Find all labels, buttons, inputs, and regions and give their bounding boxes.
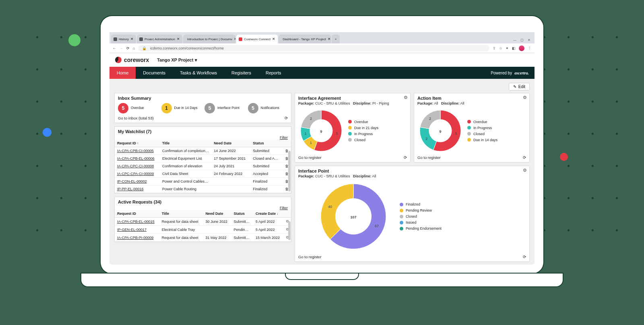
ai-goto-link[interactable]: Go to register xyxy=(417,155,441,160)
request-id-link[interactable]: IP-CON-EL-00002 xyxy=(117,179,147,183)
legend-item[interactable]: Due in 14 days xyxy=(467,138,497,142)
gear-icon[interactable]: ⚙ xyxy=(523,95,527,100)
col-header[interactable]: Need Date xyxy=(203,210,231,218)
project-selector[interactable]: Tango XP Project ▾ xyxy=(157,58,197,63)
share-icon[interactable]: ⇪ xyxy=(493,46,496,50)
table-row[interactable]: IA-CPA-CPB-EL-00006 Electrical Equipment… xyxy=(115,155,291,162)
table-row[interactable]: IA-CPA-CPC-CI-00008 Confirmation of elev… xyxy=(115,162,291,170)
legend-item[interactable]: Closed xyxy=(400,214,442,218)
nav-item-home[interactable]: Home xyxy=(109,67,136,79)
table-row[interactable]: IA-CPA-CPB-EL-00015 Request for data she… xyxy=(115,218,291,226)
legend-item[interactable]: In Progress xyxy=(348,132,378,136)
legend-item[interactable]: Pending Review xyxy=(400,208,442,212)
request-id-link[interactable]: IA-CPA-CPB-CI-00005 xyxy=(117,149,154,153)
inbox-stat[interactable]: 5Interface Point xyxy=(204,103,245,113)
legend-item[interactable]: Overdue xyxy=(467,120,497,124)
col-header[interactable]: Status xyxy=(231,210,253,218)
bookmark-icon[interactable]: ☆ xyxy=(499,46,502,50)
inbox-stat[interactable]: 5Overdue xyxy=(118,103,158,113)
nav-back-icon[interactable]: ← xyxy=(113,46,116,50)
table-row[interactable]: IP-CON-EL-00002 Power and Control Cables… xyxy=(115,178,291,185)
legend-item[interactable]: Overdue xyxy=(348,120,378,124)
col-header[interactable]: Request ID↑ xyxy=(115,140,160,147)
inbox-stat[interactable]: 5Notifications xyxy=(248,103,288,113)
edit-button[interactable]: ✎ Edit xyxy=(509,83,530,91)
request-id-link[interactable]: IA-CPA-CPB-PI-00009 xyxy=(117,236,153,240)
legend-item[interactable]: In Progress xyxy=(467,126,497,130)
table-row[interactable]: IA-CPC-CPA-CI-00009 Civil Data Sheet 24 … xyxy=(115,170,291,178)
table-row[interactable]: IA-CPA-CPB-PI-00009 Request for data she… xyxy=(115,234,291,242)
legend-item[interactable]: Finalized xyxy=(400,202,442,206)
request-id-link[interactable]: IP-PP-EL-00016 xyxy=(117,187,144,191)
col-header[interactable]: Status xyxy=(250,140,283,147)
brand-logo[interactable]: coreworx xyxy=(115,57,149,63)
inbox-stat[interactable]: 1Due in 14 Days xyxy=(161,103,202,113)
tab-close-icon[interactable]: ✕ xyxy=(177,37,180,41)
ia-legend: OverdueDue in 21 daysIn ProgressClosed xyxy=(348,120,378,142)
ai-discipline: All xyxy=(460,101,464,105)
tab-close-icon[interactable]: ✕ xyxy=(328,37,331,41)
browser-tab[interactable]: Coreworx Connect✕ xyxy=(236,35,278,43)
refresh-icon[interactable]: ⟳ xyxy=(285,116,288,120)
request-id-link[interactable]: IA-CPA-CPB-EL-00006 xyxy=(117,156,155,160)
browser-tab[interactable]: Proarc Administration✕ xyxy=(137,35,182,43)
ia-goto-link[interactable]: Go to register xyxy=(298,155,322,160)
legend-label: Due in 21 days xyxy=(354,126,378,130)
nav-item-documents[interactable]: Documents xyxy=(136,67,173,79)
nav-item-regisiters[interactable]: Regisiters xyxy=(224,67,258,79)
window-minimize-icon[interactable]: — xyxy=(513,38,516,42)
inbox-goto-link[interactable]: Go to inbox (total 53) xyxy=(118,116,154,120)
legend-label: In Progress xyxy=(354,132,373,136)
new-tab-button[interactable]: + xyxy=(332,35,340,43)
donut-slice[interactable] xyxy=(420,127,436,150)
browser-menu-icon[interactable]: ⋮ xyxy=(528,46,531,50)
browser-tab[interactable]: Dashboard - Tango XP Project✕ xyxy=(279,35,331,43)
donut-slice[interactable] xyxy=(321,184,353,239)
extension-pin-icon[interactable]: ◧ xyxy=(512,46,516,50)
active-requests-filter-link[interactable]: Filter xyxy=(115,205,291,210)
tab-close-icon[interactable]: ✕ xyxy=(272,37,275,41)
nav-forward-icon[interactable]: → xyxy=(120,46,123,50)
ip-goto-link[interactable]: Go to register xyxy=(298,255,322,259)
tab-close-icon[interactable]: ✕ xyxy=(234,37,235,41)
legend-item[interactable]: Issued xyxy=(400,220,442,224)
browser-tab[interactable]: History✕ xyxy=(111,35,136,43)
table-row[interactable]: IP-GEN-EL-00017 Electrical Cable Tray Pe… xyxy=(115,226,291,234)
col-header[interactable]: Need Date xyxy=(211,140,250,147)
cell-title: Request for data sheet xyxy=(159,218,203,226)
col-header[interactable]: Title xyxy=(160,140,211,147)
window-restore-icon[interactable]: ▢ xyxy=(520,38,524,42)
profile-avatar[interactable] xyxy=(519,45,524,51)
nav-item-tasks-workflows[interactable]: Tasks & Workflows xyxy=(173,67,224,79)
nav-home-icon[interactable]: ⌂ xyxy=(133,46,135,50)
legend-item[interactable]: Closed xyxy=(348,138,378,142)
refresh-icon[interactable]: ⟳ xyxy=(523,255,526,259)
table-row[interactable]: IA-CPA-CPB-CI-00005 Confirmation of comp… xyxy=(115,147,291,155)
legend-item[interactable]: Due in 21 days xyxy=(348,126,378,130)
window-close-icon[interactable]: ✕ xyxy=(528,38,530,42)
nav-item-reports[interactable]: Reports xyxy=(258,67,289,79)
request-id-link[interactable]: IP-GEN-EL-00017 xyxy=(117,228,147,232)
request-id-link[interactable]: IA-CPC-CPA-CI-00009 xyxy=(117,172,154,176)
col-header[interactable]: Create Date↓ xyxy=(253,210,284,218)
scrollbar[interactable] xyxy=(288,151,291,191)
gear-icon[interactable]: ⚙ xyxy=(404,95,408,100)
refresh-icon[interactable]: ⟳ xyxy=(523,155,526,160)
scrollbar[interactable] xyxy=(288,221,291,240)
address-bar[interactable]: 🔒 icdemo.coreworx.com/coreworxconnect/ho… xyxy=(138,45,489,51)
table-row[interactable]: IP-PP-EL-00016 Power Cable Routing Final… xyxy=(115,185,291,193)
refresh-icon[interactable]: ⟳ xyxy=(404,155,407,160)
watchlist-filter-link[interactable]: Filter xyxy=(115,135,291,140)
watchlist-title: My Watchlist (7) xyxy=(115,127,291,135)
tab-close-icon[interactable]: ✕ xyxy=(130,37,134,41)
legend-item[interactable]: Closed xyxy=(467,132,497,136)
col-header[interactable]: Title xyxy=(159,210,203,218)
col-header[interactable]: Request ID xyxy=(115,210,159,218)
request-id-link[interactable]: IA-CPA-CPC-CI-00008 xyxy=(117,164,154,168)
gear-icon[interactable]: ⚙ xyxy=(523,168,527,173)
legend-item[interactable]: Pending Endorsement xyxy=(400,226,442,230)
nav-reload-icon[interactable]: ⟳ xyxy=(126,46,130,50)
browser-tab[interactable]: Introduction to Proarc | Documv✕ xyxy=(183,35,235,43)
request-id-link[interactable]: IA-CPA-CPB-EL-00015 xyxy=(117,220,155,224)
extensions-icon[interactable]: ✦ xyxy=(506,46,509,50)
